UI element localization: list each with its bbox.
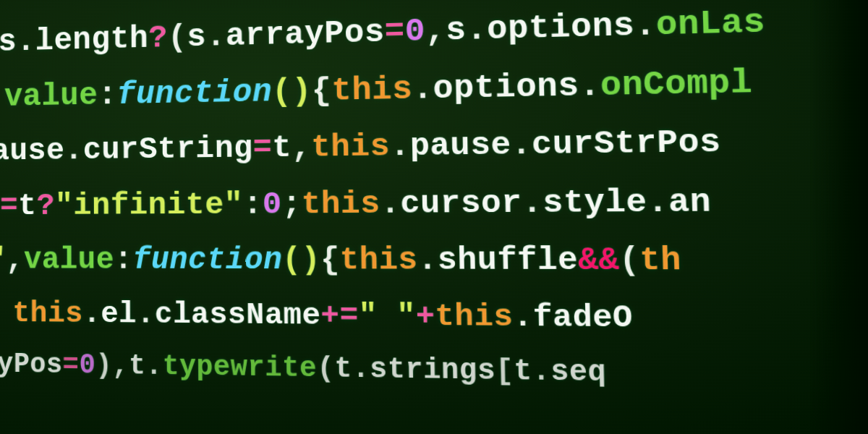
token: .: [352, 352, 370, 385]
token: =: [0, 188, 18, 224]
token: {: [312, 72, 332, 109]
token: ,: [6, 243, 24, 278]
token: :: [98, 77, 116, 113]
token: value: [24, 243, 114, 278]
token: seq: [550, 355, 607, 389]
token: :: [114, 243, 133, 278]
token: .: [17, 23, 35, 59]
token: typewrite: [163, 350, 318, 384]
token: .: [145, 350, 163, 382]
token: t: [334, 352, 352, 385]
code-screen-photo: s.strings[s.arrayPos+1];ings.length?(s.a…: [0, 0, 868, 434]
token: (: [168, 19, 187, 55]
token: onLas: [655, 3, 765, 44]
token: .: [417, 242, 438, 278]
token: "infinite": [55, 187, 244, 224]
token: =: [63, 349, 80, 381]
token: .: [579, 67, 601, 105]
token: t: [514, 354, 532, 388]
token: this: [435, 299, 514, 334]
token: +: [416, 299, 435, 333]
token: .: [634, 6, 657, 44]
token: ings: [0, 24, 17, 61]
token: .: [511, 127, 532, 164]
token: .: [83, 297, 101, 331]
token: arrayPos: [226, 13, 385, 54]
code-line: eeded",value:function(){this.shuffle&&(t…: [0, 231, 868, 292]
token: className: [155, 297, 321, 333]
token: th: [639, 242, 682, 280]
token: an: [668, 183, 712, 221]
token: (): [282, 242, 320, 278]
token: :: [243, 187, 263, 223]
token: .: [380, 185, 400, 222]
token: ?: [148, 20, 168, 56]
token: [: [495, 354, 514, 388]
token: this: [331, 70, 413, 109]
code-block: s.strings[s.arrayPos+1];ings.length?(s.a…: [0, 0, 868, 407]
token: curString: [83, 130, 253, 168]
token: options: [433, 67, 579, 108]
token: curStrPos: [532, 124, 722, 163]
token: s: [187, 18, 206, 54]
token: =: [252, 130, 272, 166]
token: ),: [95, 349, 129, 381]
token: .: [532, 354, 550, 388]
token: options: [487, 7, 635, 48]
token: arrayPos: [0, 347, 63, 380]
token: shuffle: [437, 242, 578, 279]
token: this: [311, 128, 391, 166]
token: {: [320, 242, 340, 278]
code-line: var e=t?"infinite":0;this.cursor.style.a…: [0, 169, 868, 234]
token: ,: [425, 12, 446, 49]
token: &&: [578, 242, 620, 279]
token: 0: [404, 12, 425, 50]
token: .: [206, 18, 226, 55]
token: .: [522, 184, 543, 222]
token: .: [64, 133, 83, 169]
token: t: [18, 188, 36, 224]
token: style: [542, 183, 648, 221]
token: cursor: [400, 184, 522, 222]
token: .: [647, 183, 669, 221]
token: pause: [409, 127, 511, 165]
token: t: [129, 350, 145, 382]
token: eeded": [0, 243, 6, 278]
token: =: [384, 13, 405, 51]
token: .: [466, 11, 488, 48]
token: .: [513, 299, 533, 335]
token: el: [101, 297, 137, 331]
token: " ": [358, 299, 416, 334]
token: this: [12, 297, 82, 331]
token: t: [272, 129, 292, 166]
token: (): [272, 72, 312, 110]
token: function: [132, 242, 282, 278]
token: s: [446, 11, 467, 48]
token: (: [618, 242, 640, 279]
token: 0: [263, 186, 282, 222]
token: this: [301, 185, 380, 222]
token: .: [412, 70, 433, 108]
token: (: [317, 352, 335, 385]
token: length: [35, 20, 149, 59]
token: +=: [320, 298, 359, 333]
token: .: [390, 128, 410, 165]
token: [0, 297, 12, 330]
token: strings: [370, 353, 496, 388]
token: ,: [292, 129, 312, 166]
token: onCompl: [600, 64, 752, 105]
token: function: [117, 74, 273, 113]
token: this: [340, 242, 419, 278]
token: value: [4, 77, 98, 115]
token: pause: [0, 133, 64, 169]
token: fadeO: [532, 299, 633, 336]
token: .: [137, 297, 155, 331]
token: ;: [282, 186, 302, 222]
token: 0: [79, 349, 95, 381]
code-line: t.arrayPos=0),t.typewrite(t.strings[t.se…: [0, 339, 868, 407]
token: ?: [36, 188, 54, 224]
